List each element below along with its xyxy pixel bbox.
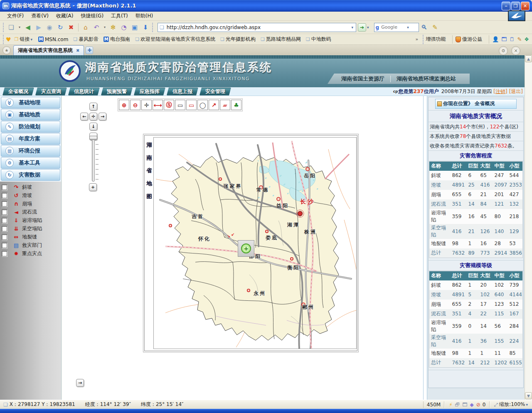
window-icon[interactable]: 🗔 [501,36,507,42]
close-button[interactable]: ✕ [521,2,530,10]
back-icon[interactable]: ◀ [23,22,33,32]
layer-checkbox-5[interactable] [2,226,7,231]
select-rect-icon[interactable]: ▭ [175,100,185,110]
cube-icon[interactable]: ❖ [524,36,529,42]
search-box[interactable]: g ▾ [374,23,419,32]
link-item-5[interactable]: ❏光年摄影机构 [220,36,256,43]
link-item-4[interactable]: ❏欢迎登陆湖南省地质灾害信息系统 [135,36,215,43]
expand-panel-button[interactable]: → [76,379,84,387]
scroll-down-icon[interactable]: ▼ [525,392,532,399]
search-input[interactable] [380,24,406,30]
address-dropdown-icon[interactable]: ▾ [350,25,354,30]
layer-checkbox-2[interactable] [2,201,7,206]
locate-button[interactable]: + [238,240,254,257]
nav-tab-4[interactable]: 应急指挥 [134,88,165,96]
blocked-icon[interactable]: ⊘ [476,402,480,408]
new-tab-button[interactable]: ✚ [86,47,93,54]
sidebar-section-0[interactable]: ≫基础地理 [1,97,60,108]
stop-icon[interactable]: ✖ [66,22,76,32]
link-item-3[interactable]: M电台指南 [103,36,130,43]
magic-filter-icon[interactable]: ✻ [108,22,118,32]
link-item-7[interactable]: ❏中地数码 [306,36,331,43]
link-item-6[interactable]: ❏觅路城市精品网 [261,36,301,43]
logout-link[interactable]: [注销] [493,88,507,95]
nav-tab-3[interactable]: 预测预警 [101,88,133,96]
address-input[interactable] [166,24,351,31]
nav-tab-5[interactable]: 信息上报 [167,88,198,96]
nav-tab-0[interactable]: 全省概况 [2,88,34,96]
tab-closeall-icon[interactable]: ✕ [511,46,520,55]
sidebar-section-2[interactable]: ✎防治规划 [1,121,60,133]
restore-button[interactable]: ❐ [511,2,520,10]
go-button[interactable]: ➔ [358,23,366,32]
sidebar-section-1[interactable]: ▣基础地质 [1,109,60,120]
forward-icon[interactable]: ▶ [34,22,44,32]
pan-left-button[interactable]: ← [80,113,88,120]
maxthon-charity-link[interactable]: 傲游公益 [462,36,482,43]
eraser-icon[interactable]: ▰ [220,100,230,110]
zoom-slider-handle[interactable] [89,136,97,140]
zoom-slider-plus-button[interactable]: + [89,183,97,191]
pens-icon[interactable]: ✎ [517,36,522,42]
nav-tab-6[interactable]: 安全管理 [200,88,231,96]
refresh-icon[interactable]: ↻ [55,22,65,32]
new-page-dropdown-icon[interactable]: ▾ [17,22,22,32]
layer-checkbox-3[interactable] [2,209,7,215]
search-go-icon[interactable]: 🔍︎ [419,22,429,32]
links-overflow-icon[interactable]: » [415,37,418,42]
menu-item-0[interactable]: 文件(F) [3,12,27,20]
select-circle-icon[interactable]: ◯ [197,100,208,110]
link-land-resources[interactable]: 湖南省国土资源厅 [335,75,390,83]
pan-down-button[interactable]: ↓ [89,123,97,130]
scroll-up-icon[interactable]: ▲ [525,55,532,62]
nav-tab-1[interactable]: 灾点查询 [35,88,67,96]
pan-center-button[interactable]: ✛ [89,113,97,120]
breadcrumb[interactable]: 你现在位置》 全省概况 [435,99,517,109]
zoom-dropdown-icon[interactable]: ▾ [525,403,529,407]
measure-icon[interactable]: ⟷ [153,100,163,110]
notes-icon[interactable]: 🗒 [509,36,515,42]
search-engine-dropdown-icon[interactable]: ▾ [406,25,410,30]
download-icon[interactable]: ⬇ [140,22,150,32]
highlight-icon[interactable]: ✎ [430,22,440,32]
zoom-out-icon[interactable]: ⊖ [130,100,140,110]
scale-icon[interactable]: Ⓢ [164,100,174,110]
go-dropdown-icon[interactable]: ▾ [366,25,370,30]
undo-icon[interactable]: ↶ [91,22,101,32]
layer-checkbox-6[interactable] [2,234,7,240]
zoom-slider-track[interactable] [92,138,95,182]
enhance-features-link[interactable]: 增强功能 [426,36,446,43]
pan-right-button[interactable]: → [99,113,106,120]
menu-item-2[interactable]: 收藏(A) [52,12,77,20]
layer-checkbox-8[interactable] [2,251,7,256]
sidebar-section-3[interactable]: ▤年度方案 [1,133,60,145]
layer-checkbox-1[interactable] [2,193,7,198]
pan-icon[interactable]: ✛ [141,100,152,110]
tab-settings-icon[interactable]: ⚙ [499,46,508,55]
zoom-in-icon[interactable]: ⊕ [119,100,129,110]
unselect-rect-icon[interactable]: ▭ [186,100,197,110]
undo-dropdown-icon[interactable]: ▾ [102,22,107,32]
menu-item-1[interactable]: 查看(V) [27,12,52,20]
new-page-icon[interactable]: ❏ [6,22,16,32]
link-geo-monitor[interactable]: 湖南省地质环境监测总站 [391,75,462,83]
menu-item-5[interactable]: 帮助(H) [132,12,157,20]
user-icon[interactable]: 👤 [492,36,499,42]
lightning-icon[interactable]: ⚡ [449,402,452,408]
sidebar-section-5[interactable]: ⚙基本工具 [1,157,60,169]
layer-checkbox-7[interactable] [2,243,7,248]
full-extent-icon[interactable]: ♣ [231,100,241,110]
link-item-0[interactable]: ❐链接 ▾ [15,36,33,43]
favorites-star-icon[interactable]: ★ [2,46,11,54]
pan-up-button[interactable]: ↑ [89,103,97,111]
nav-tab-2[interactable]: 信息统计 [68,88,100,96]
sidebar-section-4[interactable]: ▥环境公报 [1,145,60,157]
exit-link[interactable]: [退出] [509,88,523,95]
gesture-icon[interactable]: ◆ [470,402,474,408]
menu-item-3[interactable]: 快捷组(G) [77,12,107,20]
page-dropdown-icon[interactable]: ◉ [44,22,54,32]
tab-active[interactable]: 湖南省地质灾害信息系统 ✖ [13,45,84,55]
layer-checkbox-4[interactable] [2,218,7,223]
address-bar[interactable]: ❏ ▾ [158,23,356,32]
zoom-level[interactable]: 缩放:100% [499,401,525,408]
